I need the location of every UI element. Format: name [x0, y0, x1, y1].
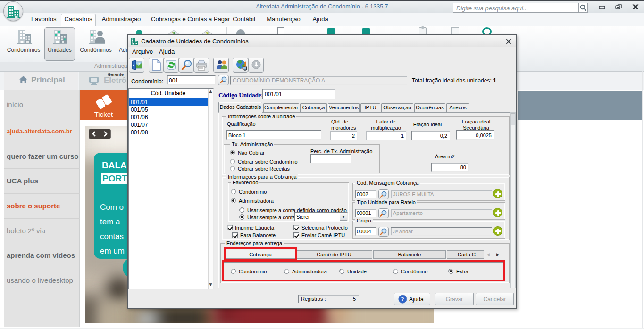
- svg-text:?: ?: [401, 296, 404, 303]
